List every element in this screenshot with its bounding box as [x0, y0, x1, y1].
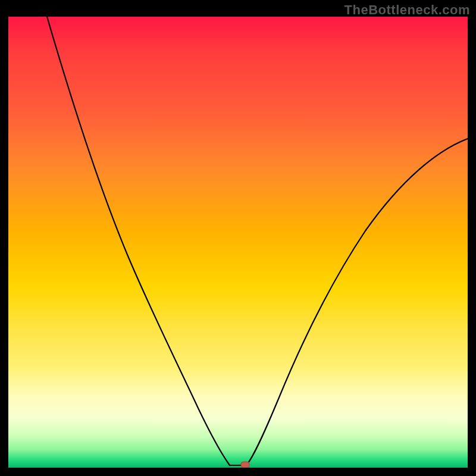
curve-left: [47, 17, 230, 465]
curve-right: [246, 139, 468, 465]
optimum-marker: [241, 462, 249, 468]
plot-area: [8, 17, 468, 468]
watermark-text: TheBottleneck.com: [345, 2, 470, 18]
chart-svg: [8, 17, 468, 468]
chart-frame: TheBottleneck.com: [0, 0, 476, 476]
